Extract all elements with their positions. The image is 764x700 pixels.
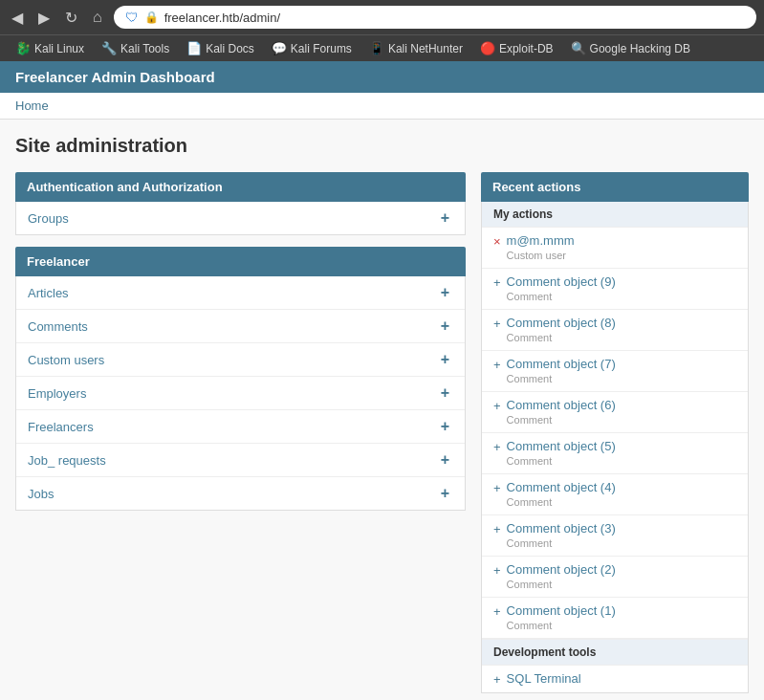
bookmark-google-hacking[interactable]: 🔍 Google Hacking DB <box>563 38 698 58</box>
my-actions-label: My actions <box>482 202 748 228</box>
add-icon-7: + <box>493 358 501 372</box>
bookmark-kali-linux-label: Kali Linux <box>34 42 84 55</box>
nav-item-freelancers[interactable]: Freelancers + <box>16 410 465 444</box>
app-header: Freelancer Admin Dashboard <box>0 61 764 93</box>
bookmark-google-hacking-label: Google Hacking DB <box>590 42 690 55</box>
main-layout: Authentication and Authorization Groups … <box>15 172 749 693</box>
custom-users-label: Custom users <box>28 353 104 367</box>
recent-item-comment-4-sub: Comment <box>507 496 553 508</box>
kali-tools-icon: 🔧 <box>101 41 117 55</box>
employers-add-button[interactable]: + <box>437 384 453 402</box>
recent-item-comment-1-content: Comment object (1) Comment <box>507 603 736 632</box>
bookmark-kali-forums[interactable]: 💬 Kali Forums <box>264 38 360 58</box>
nav-item-jobs[interactable]: Jobs + <box>16 477 465 510</box>
recent-item-comment-1-title[interactable]: Comment object (1) <box>507 603 736 618</box>
recent-item-comment-3-title[interactable]: Comment object (3) <box>507 521 736 536</box>
jobs-add-button[interactable]: + <box>437 485 453 502</box>
auth-section: Authentication and Authorization Groups … <box>15 172 466 235</box>
recent-actions-header: Recent actions <box>481 172 749 202</box>
bookmark-kali-tools-label: Kali Tools <box>120 42 169 55</box>
recent-item-comment-6-sub: Comment <box>507 414 553 426</box>
recent-item-comment-2-content: Comment object (2) Comment <box>507 562 736 591</box>
recent-item-comment-2-sub: Comment <box>507 579 553 590</box>
bookmark-kali-docs[interactable]: 📄 Kali Docs <box>179 38 262 58</box>
freelancer-section: Freelancer Articles + Comments + Custom … <box>15 247 466 511</box>
nav-item-comments[interactable]: Comments + <box>16 310 465 343</box>
comments-label: Comments <box>28 319 88 334</box>
breadcrumb: Home <box>0 93 764 120</box>
groups-add-button[interactable]: + <box>437 209 453 227</box>
bookmarks-bar: 🐉 Kali Linux 🔧 Kali Tools 📄 Kali Docs 💬 … <box>0 34 764 61</box>
recent-item-comment-9-title[interactable]: Comment object (9) <box>507 274 736 289</box>
recent-item-comment-5-sub: Comment <box>507 455 553 467</box>
articles-add-button[interactable]: + <box>437 284 453 301</box>
add-icon-8: + <box>493 317 501 331</box>
nav-item-articles[interactable]: Articles + <box>16 276 465 310</box>
left-panel: Authentication and Authorization Groups … <box>15 172 466 511</box>
recent-item-comment-8-sub: Comment <box>507 332 553 343</box>
custom-users-add-button[interactable]: + <box>437 351 453 368</box>
recent-item-comment-5-content: Comment object (5) Comment <box>507 439 736 468</box>
add-icon-9: + <box>493 275 501 290</box>
page-content: Site administration Authentication and A… <box>0 120 764 700</box>
recent-item-comment-5-title[interactable]: Comment object (5) <box>507 439 736 453</box>
recent-item-comment-2: + Comment object (2) Comment <box>482 557 748 598</box>
recent-item-comment-6-title[interactable]: Comment object (6) <box>507 398 736 412</box>
recent-item-comment-1: + Comment object (1) Comment <box>482 598 748 639</box>
recent-item-comment-7-content: Comment object (7) Comment <box>507 357 736 385</box>
jobs-label: Jobs <box>28 487 54 501</box>
page-title: Site administration <box>15 135 749 157</box>
kali-linux-icon: 🐉 <box>15 41 31 55</box>
recent-item-comment-4-content: Comment object (4) Comment <box>507 480 736 509</box>
breadcrumb-home-link[interactable]: Home <box>15 98 49 113</box>
dev-tools-label: Development tools <box>482 639 748 666</box>
bookmark-exploit-db[interactable]: 🔴 Exploit-DB <box>472 38 561 58</box>
right-panel: Recent actions My actions × m@m.mmm Cust… <box>481 172 749 693</box>
add-icon-1: + <box>493 604 501 619</box>
recent-item-comment-3: + Comment object (3) Comment <box>482 515 748 557</box>
recent-item-comment-8-title[interactable]: Comment object (8) <box>507 316 736 330</box>
forward-button[interactable]: ▶ <box>34 7 54 29</box>
add-icon-3: + <box>493 522 501 536</box>
app-title: Freelancer Admin Dashboard <box>15 69 215 85</box>
recent-item-comment-3-content: Comment object (3) Comment <box>507 521 736 550</box>
bookmark-kali-linux[interactable]: 🐉 Kali Linux <box>8 38 92 58</box>
recent-item-comment-8-content: Comment object (8) Comment <box>507 316 736 344</box>
nav-item-custom-users[interactable]: Custom users + <box>16 343 465 377</box>
freelancer-section-body: Articles + Comments + Custom users + Emp… <box>15 276 466 511</box>
security-shield-icon: 🛡 <box>125 10 139 25</box>
groups-label: Groups <box>28 211 69 226</box>
recent-actions-body: My actions × m@m.mmm Custom user + Comme… <box>481 202 749 693</box>
recent-item-sql-terminal: + SQL Terminal <box>482 666 748 692</box>
nav-item-employers[interactable]: Employers + <box>16 377 465 410</box>
recent-item-sql-content: SQL Terminal <box>507 671 736 686</box>
bookmark-kali-forums-label: Kali Forums <box>291 42 352 55</box>
address-bar[interactable]: 🛡 🔒 freelancer.htb/admin/ <box>114 6 756 29</box>
recent-item-comment-9-content: Comment object (9) Comment <box>507 274 736 303</box>
bookmark-kali-tools[interactable]: 🔧 Kali Tools <box>94 38 177 58</box>
home-button[interactable]: ⌂ <box>89 7 106 28</box>
recent-item-comment-7-title[interactable]: Comment object (7) <box>507 357 736 371</box>
recent-item-comment-6-content: Comment object (6) Comment <box>507 398 736 427</box>
nav-item-job-requests[interactable]: Job_ requests + <box>16 444 465 477</box>
back-button[interactable]: ◀ <box>8 7 27 29</box>
recent-item-comment-5: + Comment object (5) Comment <box>482 433 748 474</box>
freelancers-add-button[interactable]: + <box>437 418 453 435</box>
recent-item-comment-2-title[interactable]: Comment object (2) <box>507 562 736 577</box>
nav-item-groups[interactable]: Groups + <box>16 202 465 234</box>
reload-button[interactable]: ↻ <box>61 7 81 29</box>
add-icon-2: + <box>493 563 501 578</box>
recent-item-comment-7: + Comment object (7) Comment <box>482 351 748 392</box>
google-hacking-icon: 🔍 <box>571 41 586 55</box>
job-requests-add-button[interactable]: + <box>437 451 453 469</box>
delete-icon: × <box>493 234 501 249</box>
recent-item-user-sub: Custom user <box>507 250 566 261</box>
comments-add-button[interactable]: + <box>437 317 453 335</box>
kali-nethunter-icon: 📱 <box>369 41 384 55</box>
recent-item-sql-title[interactable]: SQL Terminal <box>507 671 736 686</box>
recent-item-comment-4-title[interactable]: Comment object (4) <box>507 480 736 494</box>
recent-item-user-title[interactable]: m@m.mmm <box>507 233 736 248</box>
add-icon-4: + <box>493 481 501 495</box>
recent-item-comment-1-sub: Comment <box>507 620 553 631</box>
bookmark-kali-nethunter[interactable]: 📱 Kali NetHunter <box>361 38 470 58</box>
